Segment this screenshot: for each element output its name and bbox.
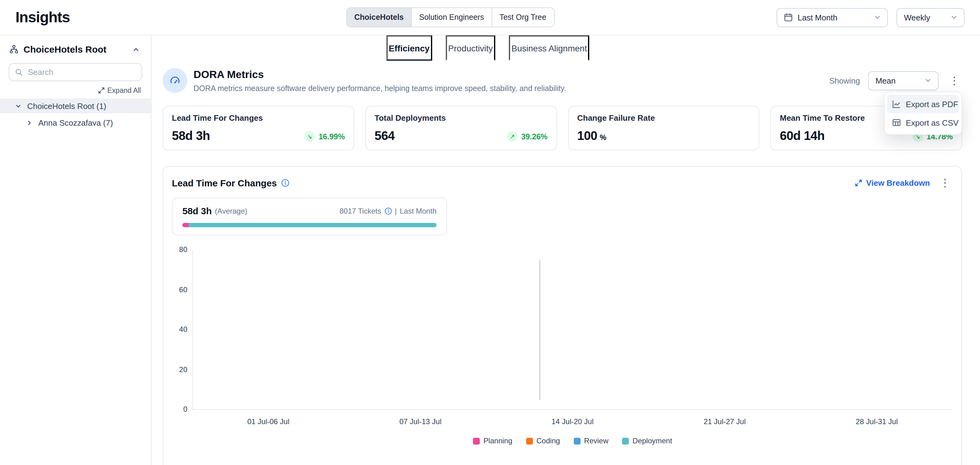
table-icon — [892, 118, 901, 127]
info-icon[interactable] — [281, 179, 290, 187]
legend-item-review[interactable]: Review — [573, 436, 608, 445]
summary-separator: | — [395, 206, 397, 215]
metric-title: Total Deployments — [375, 113, 548, 123]
expand-icon — [855, 179, 862, 186]
legend-item-planning[interactable]: Planning — [473, 436, 512, 445]
chart-column — [345, 250, 497, 409]
summary-qualifier: (Average) — [215, 206, 247, 215]
org-tree-sidebar: ChoiceHotels Root Expand All — [0, 35, 151, 465]
view-breakdown-button[interactable]: View Breakdown — [855, 178, 930, 188]
page-title: Insights — [16, 9, 70, 26]
metric-cards: Lead Time For Changes 58d 3h ↘ 16.99% To… — [162, 106, 962, 150]
trend-down-icon: ↘ — [304, 131, 315, 142]
dora-actions: Showing Mean ⋮ — [829, 68, 962, 93]
metric-card-lead-time[interactable]: Lead Time For Changes 58d 3h ↘ 16.99% — [162, 106, 354, 150]
period-select[interactable]: Last Month — [776, 8, 888, 27]
tree-item-anna-scozzafava[interactable]: Anna Scozzafava (7) — [0, 115, 151, 130]
ticket-count: 8017 Tickets — [339, 206, 381, 215]
tab-business-alignment[interactable]: Business Alignment — [509, 35, 589, 61]
x-axis-label: 21 Jul-27 Jul — [649, 417, 801, 426]
lead-time-summary-card: 58d 3h (Average) 8017 Tickets | Last Mon… — [172, 198, 447, 235]
expand-all-label: Expand All — [107, 87, 141, 94]
dora-title: DORA Metrics — [194, 69, 566, 81]
sidebar-collapse-button[interactable] — [131, 44, 141, 54]
granularity-select-value: Weekly — [904, 13, 930, 22]
distribution-segment-deployment — [189, 223, 436, 227]
expand-all-button[interactable]: Expand All — [10, 87, 141, 94]
export-menu: Export as PDF Export as CSV — [884, 92, 962, 135]
x-axis-label: 07 Jul-13 Jul — [344, 417, 496, 426]
summary-period: Last Month — [400, 206, 436, 215]
chart-plot: 020406080 — [192, 250, 953, 410]
export-csv-label: Export as CSV — [906, 118, 959, 127]
export-pdf-label: Export as PDF — [906, 99, 958, 109]
search-icon — [15, 68, 23, 76]
aggregation-select[interactable]: Mean — [868, 71, 939, 90]
sidebar-root-label: ChoiceHotels Root — [24, 44, 126, 54]
lead-time-title: Lead Time For Changes — [172, 178, 277, 188]
chevron-down-icon — [925, 77, 931, 83]
chart-column — [649, 250, 801, 409]
tab-efficiency[interactable]: Efficiency — [386, 35, 432, 61]
export-pdf-menu-item[interactable]: Export as PDF — [887, 95, 959, 113]
x-axis-label: 28 Jul-31 Jul — [801, 417, 953, 426]
main-content: Efficiency Productivity Business Alignme… — [151, 35, 980, 465]
chart-column — [193, 250, 345, 409]
legend-item-deployment[interactable]: Deployment — [622, 436, 672, 445]
showing-label: Showing — [829, 76, 860, 85]
chevron-up-icon — [132, 45, 140, 53]
period-select-value: Last Month — [798, 13, 869, 22]
search-input[interactable] — [28, 67, 136, 77]
chart-column — [801, 250, 953, 409]
metric-value: 58d 3h — [172, 129, 210, 143]
y-axis-label: 20 — [179, 365, 187, 374]
metric-unit: % — [600, 133, 606, 142]
chevron-down-icon — [874, 14, 880, 21]
metric-value: 100 — [577, 129, 597, 143]
org-tab-solution-engineers[interactable]: Solution Engineers — [412, 8, 492, 27]
legend-swatch — [622, 438, 629, 444]
metric-value: 60d 14h — [780, 129, 825, 143]
dora-text: DORA Metrics DORA metrics measure softwa… — [194, 68, 566, 93]
metric-card-total-deployments[interactable]: Total Deployments 564 ↗ 39.26% — [366, 106, 557, 150]
legend-swatch — [473, 438, 480, 444]
metric-title: Change Failure Rate — [577, 113, 750, 123]
legend-swatch — [573, 438, 580, 444]
trend-badge: ↘ 16.99% — [304, 131, 345, 143]
org-icon — [9, 45, 19, 54]
trend-up-icon: ↗ — [507, 131, 517, 142]
y-axis-label: 80 — [179, 245, 187, 254]
calendar-icon — [784, 13, 793, 22]
trend-value: 39.26% — [521, 132, 547, 141]
legend-swatch — [526, 438, 533, 444]
org-tab-choicehotels[interactable]: ChoiceHotels — [347, 8, 412, 27]
metric-card-change-failure-rate[interactable]: Change Failure Rate 100 % — [568, 106, 760, 150]
sidebar-header: ChoiceHotels Root — [0, 43, 151, 61]
lead-time-kebab-menu-button[interactable]: ⋮ — [937, 176, 953, 190]
org-tab-test-org-tree[interactable]: Test Org Tree — [492, 8, 554, 27]
dora-subtitle: DORA metrics measure software delivery p… — [194, 84, 566, 93]
tree-item-label: ChoiceHotels Root (1) — [27, 101, 107, 110]
legend-label: Deployment — [633, 436, 672, 445]
trend-badge: ↗ 39.26% — [507, 131, 547, 143]
topbar: Insights ChoiceHotels Solution Engineers… — [0, 0, 980, 35]
distribution-segment-planning — [182, 223, 189, 227]
dora-metrics-icon — [162, 68, 187, 93]
tab-productivity[interactable]: Productivity — [446, 35, 496, 61]
chevron-down-icon — [951, 14, 957, 21]
tree-item-root[interactable]: ChoiceHotels Root (1) — [0, 99, 151, 113]
topbar-controls: Last Month Weekly — [776, 8, 964, 27]
lead-time-section: Lead Time For Changes View Breakdown — [162, 166, 962, 465]
export-csv-menu-item[interactable]: Export as CSV — [887, 113, 959, 132]
dora-metrics-header: DORA Metrics DORA metrics measure softwa… — [162, 68, 962, 93]
legend-item-coding[interactable]: Coding — [526, 436, 560, 445]
granularity-select[interactable]: Weekly — [897, 8, 964, 27]
org-tree: ChoiceHotels Root (1) Anna Scozzafava (7… — [0, 99, 151, 130]
lead-time-chart: 020406080 01 Jul-06 Jul07 Jul-13 Jul14 J… — [172, 250, 953, 445]
info-icon[interactable] — [384, 207, 392, 214]
dora-kebab-menu-button[interactable]: ⋮ — [947, 74, 962, 87]
expand-icon — [98, 87, 104, 94]
y-axis-label: 60 — [179, 285, 187, 294]
x-axis-label: 14 Jul-20 Jul — [496, 417, 649, 426]
insights-app: Insights ChoiceHotels Solution Engineers… — [0, 0, 980, 465]
